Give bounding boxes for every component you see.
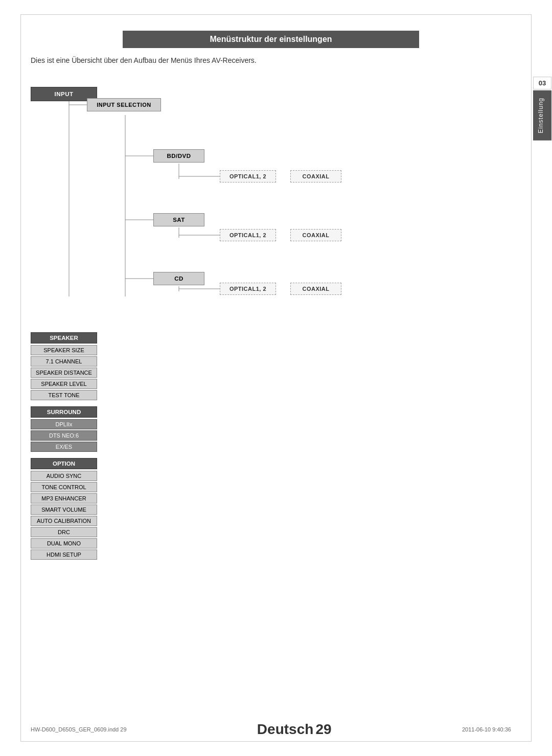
footer: HW-D600_D650S_GER_0609.indd 29 Deutsch 2… [31,721,511,738]
coaxial-sat-box: COAXIAL [290,229,341,241]
page-border-right [531,14,532,742]
hdmi-setup-box: HDMI SETUP [31,549,97,560]
footer-page-label: Deutsch [257,721,313,737]
audio-sync-box: AUDIO SYNC [31,471,97,481]
page-title: Menüstruktur der einstellungen [123,31,419,48]
mp3-enhancer-box: MP3 ENHANCER [31,493,97,503]
speaker-distance-box: SPEAKER DISTANCE [31,368,97,378]
tone-control-box: TONE CONTROL [31,482,97,492]
page-border-bottom [20,741,532,742]
smart-volume-box: SMART VOLUME [31,505,97,515]
sat-box: SAT [153,213,204,226]
optical-bd-box: OPTICAL1, 2 [220,170,276,182]
footer-page: Deutsch 29 [257,721,332,738]
main-content: Menüstruktur der einstellungen Dies ist … [31,31,511,725]
footer-page-number: 29 [315,721,331,737]
channel-box: 7.1 CHANNEL [31,356,97,366]
page-border-left [20,14,21,742]
side-tab: 03 Einstellung [533,77,552,141]
test-tone-box: TEST TONE [31,390,97,400]
speaker-title: SPEAKER [31,332,97,343]
exes-box: EX/ES [31,442,97,452]
footer-left: HW-D600_D650S_GER_0609.indd 29 [31,726,127,732]
bd-dvd-box: BD/DVD [153,149,204,163]
dpliix-box: DPLIIx [31,419,97,429]
drc-box: DRC [31,527,97,537]
page-description: Dies ist eine Übersicht über den Aufbau … [31,56,511,64]
option-title: OPTION [31,458,97,469]
side-tab-number: 03 [533,77,551,89]
coaxial-cd-box: COAXIAL [290,283,341,295]
surround-section: SURROUND DPLIIx DTS NEO:6 EX/ES [31,406,235,452]
surround-title: SURROUND [31,406,97,418]
optical-cd-box: OPTICAL1, 2 [220,283,276,295]
input-tree-diagram: INPUT INPUT SELECTION BD/DVD OPTICAL1, 2… [31,77,388,332]
dts-neo-box: DTS NEO:6 [31,430,97,441]
cd-box: CD [153,272,204,285]
dual-mono-box: DUAL MONO [31,538,97,548]
speaker-section: SPEAKER SPEAKER SIZE 7.1 CHANNEL SPEAKER… [31,332,235,400]
coaxial-bd-box: COAXIAL [290,170,341,182]
side-tab-label: Einstellung [533,90,551,141]
speaker-size-box: SPEAKER SIZE [31,345,97,355]
page-border-top [20,14,532,15]
input-selection-box: INPUT SELECTION [87,98,161,111]
auto-calibration-box: AUTO CALIBRATION [31,516,97,526]
speaker-level-box: SPEAKER LEVEL [31,379,97,389]
optical-sat-box: OPTICAL1, 2 [220,229,276,241]
footer-right: 2011-06-10 9:40:36 [462,726,511,732]
option-section: OPTION AUDIO SYNC TONE CONTROL MP3 ENHAN… [31,458,235,560]
